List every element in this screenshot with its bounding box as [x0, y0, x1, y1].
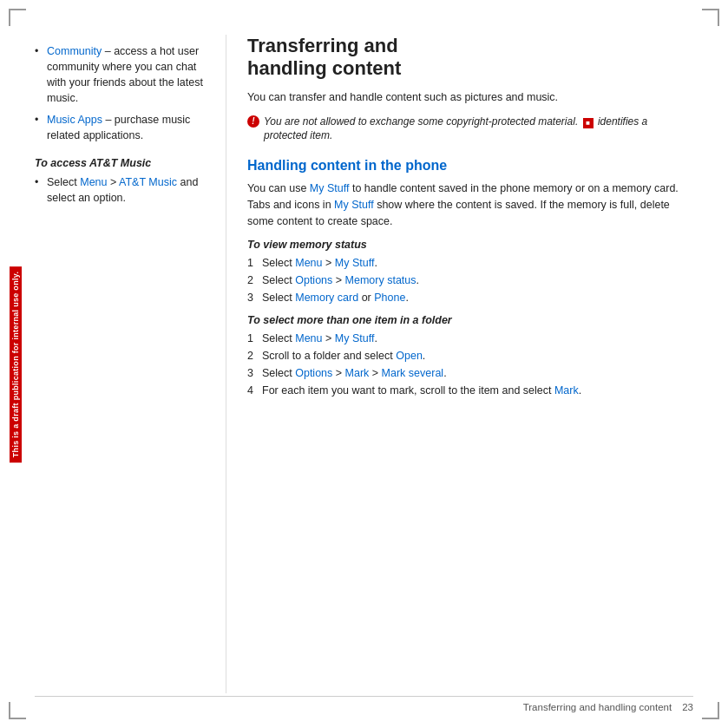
step-num-3: 3	[247, 290, 258, 305]
att-music-link[interactable]: AT&T Music	[119, 176, 177, 188]
community-link[interactable]: Community	[47, 45, 102, 57]
my-stuff-link-2[interactable]: My Stuff	[334, 199, 374, 211]
view-memory-heading: To view memory status	[247, 239, 693, 251]
access-step-separator: >	[110, 176, 119, 188]
my-stuff-link-vm1[interactable]: My Stuff	[335, 257, 375, 269]
memory-status-link[interactable]: Memory status	[345, 274, 416, 286]
warning-icon: !	[247, 115, 259, 128]
sf-step-1-text: Select Menu > My Stuff.	[262, 331, 377, 346]
main-title-line2: handling content	[247, 57, 401, 79]
page-content: Community – access a hot user community …	[35, 35, 693, 693]
sf-step-num-2: 2	[247, 348, 258, 364]
mark-several-link[interactable]: Mark several	[382, 367, 444, 379]
select-folder-step-1: 1 Select Menu > My Stuff.	[247, 331, 693, 346]
footer-label: Transferring and handling content	[523, 702, 672, 712]
view-memory-step-3: 3 Select Memory card or Phone.	[247, 290, 693, 305]
select-folder-step-4: 4 For each item you want to mark, scroll…	[247, 383, 693, 398]
select-folder-step-2: 2 Scroll to a folder and select Open.	[247, 348, 693, 364]
left-column: Community – access a hot user community …	[35, 35, 226, 693]
footer-bar: Transferring and handling content 23	[35, 696, 693, 712]
sf-step-num-3: 3	[247, 365, 258, 381]
my-stuff-link-sf1[interactable]: My Stuff	[335, 332, 375, 344]
step-num-2: 2	[247, 272, 258, 288]
sf-step-3-text: Select Options > Mark > Mark several.	[262, 365, 447, 381]
access-instructions: Select Menu > AT&T Music and select an o…	[35, 174, 208, 206]
sf-step-num-1: 1	[247, 331, 258, 346]
draft-side-label: This is a draft publication for internal…	[10, 266, 22, 462]
access-step-text: Select	[47, 176, 80, 188]
menu-link-sf1[interactable]: Menu	[295, 332, 322, 344]
my-stuff-link-1[interactable]: My Stuff	[310, 182, 350, 194]
right-column: Transferring and handling content You ca…	[226, 35, 693, 693]
sf-step-4-text: For each item you want to mark, scroll t…	[262, 383, 581, 398]
view-memory-step-2: 2 Select Options > Memory status.	[247, 272, 693, 288]
mark-link-sf4[interactable]: Mark	[554, 384, 579, 397]
view-memory-steps: 1 Select Menu > My Stuff. 2 Select Optio…	[247, 255, 693, 305]
intro-paragraph: You can transfer and handle content such…	[247, 89, 693, 106]
step-3-text: Select Memory card or Phone.	[262, 290, 409, 305]
access-heading: To access AT&T Music	[35, 157, 208, 169]
footer-page: 23	[682, 702, 693, 712]
menu-link[interactable]: Menu	[80, 176, 107, 188]
protected-icon: ■	[583, 118, 594, 128]
section-title-handling: Handling content in the phone	[247, 157, 693, 174]
phone-link-vm3[interactable]: Phone	[374, 292, 405, 304]
list-item-music-apps: Music Apps – purchase music related appl…	[35, 112, 208, 143]
corner-mark-tl	[9, 9, 26, 26]
sf-step-2-text: Scroll to a folder and select Open.	[262, 348, 425, 364]
feature-list: Community – access a hot user community …	[35, 43, 208, 143]
corner-mark-bl	[9, 702, 26, 719]
step-num-1: 1	[247, 255, 258, 271]
list-item-community: Community – access a hot user community …	[35, 43, 208, 107]
step-1-text: Select Menu > My Stuff.	[262, 255, 377, 271]
select-folder-step-3: 3 Select Options > Mark > Mark several.	[247, 365, 693, 381]
menu-link-vm1[interactable]: Menu	[295, 257, 322, 269]
main-title-line1: Transferring and	[247, 35, 398, 56]
options-link-sf3[interactable]: Options	[295, 367, 332, 379]
options-link-vm2[interactable]: Options	[295, 274, 332, 286]
access-step: Select Menu > AT&T Music and select an o…	[35, 174, 208, 206]
view-memory-step-1: 1 Select Menu > My Stuff.	[247, 255, 693, 271]
handling-body: You can use My Stuff to handle content s…	[247, 180, 693, 229]
sf-step-num-4: 4	[247, 383, 258, 398]
open-link-sf2[interactable]: Open	[396, 350, 423, 362]
mark-link-sf3[interactable]: Mark	[345, 367, 370, 379]
corner-mark-tr	[702, 9, 719, 26]
select-folder-steps: 1 Select Menu > My Stuff. 2 Scroll to a …	[247, 331, 693, 399]
music-apps-link[interactable]: Music Apps	[47, 114, 102, 126]
step-2-text: Select Options > Memory status.	[262, 272, 419, 288]
main-title: Transferring and handling content	[247, 35, 693, 81]
memory-card-link[interactable]: Memory card	[295, 292, 358, 304]
corner-mark-br	[702, 702, 719, 719]
warning-box: ! You are not allowed to exchange some c…	[247, 115, 693, 144]
select-folder-heading: To select more than one item in a folder	[247, 314, 693, 326]
warning-text: You are not allowed to exchange some cop…	[264, 115, 693, 144]
